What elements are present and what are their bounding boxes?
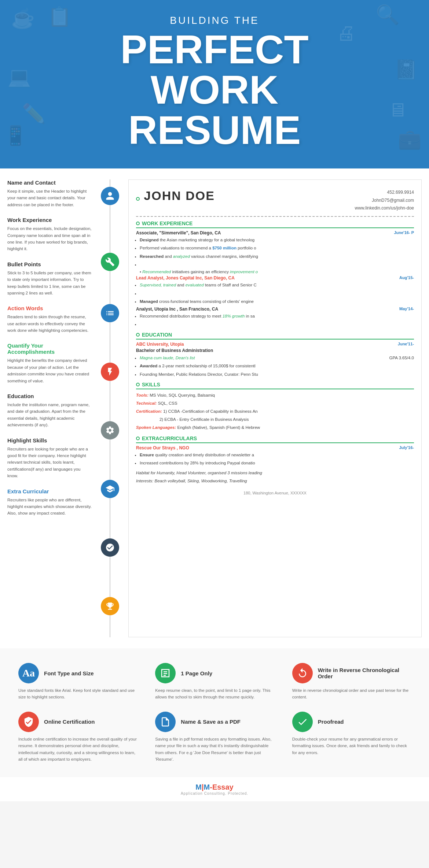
printer-icon: 🖨 (337, 22, 356, 44)
resume-contact: 452.699.9914 JohnD75@gmail.com www.linke… (355, 189, 414, 212)
timeline-line (110, 179, 111, 637)
resume-edu-degree: Bachelor of Business Administration (136, 348, 414, 353)
laptop-icon: 💻 (7, 66, 31, 88)
search-icon: 🔍 (376, 4, 400, 26)
sidebar-title-highlight-skills: Highlight Skills (7, 437, 92, 444)
page-header: ☕ 📋 🖨 🔍 💻 ✏️ 📱 📓 🖥 💼 BUILDING THE PERFEC… (0, 0, 429, 168)
resume-panel: JOHN DOE 452.699.9914 JohnD75@gmail.com … (128, 179, 422, 637)
timeline (99, 179, 121, 637)
bottom-title-proofread: Proofread (318, 719, 344, 725)
sidebar-text-quantify: Highlight the benefits the company deriv… (7, 357, 92, 384)
proofread-icon (292, 712, 313, 732)
bottom-item-onepage: 1 Page Only Keep resume clean, to the po… (155, 663, 274, 701)
section-dot-education (136, 333, 140, 337)
bottom-item-certification: Online Certification Include online cert… (18, 712, 137, 763)
clipboard-icon: 📋 (48, 5, 72, 28)
resume-edu-bullets: Magna cum laude, Dean's list GPA 3.65/4.… (136, 355, 414, 378)
footer: M|M-Essay Application Consulting. Protec… (0, 777, 429, 801)
sidebar-section-bullet-points: Bullet Points Stick to 3 to 5 bullets pe… (7, 261, 92, 297)
bottom-item-font: Aa Font Type and Size Use standard fonts… (18, 663, 137, 701)
onepage-icon (155, 663, 176, 683)
bottom-text-pdf: Saving a file in pdf format reduces any … (155, 736, 274, 763)
resume-section-education: EDUCATION (136, 332, 414, 340)
resume-job-1-bullets: Designed the Asian marketing strategy fo… (136, 237, 414, 268)
bottom-title-chrono: Write in Reverse Chronological Order (318, 667, 411, 679)
bottom-text-certification: Include online certification to increase… (18, 736, 137, 763)
timeline-icon-bullets (101, 304, 119, 322)
sidebar-text-highlight-skills: Recruiters are looking for people who ar… (7, 446, 92, 479)
header-title: PERFECT WORK RESUME (22, 29, 407, 150)
section-dot-skills (136, 383, 140, 386)
main-content: Name and Contact Keep it simple, use the… (0, 168, 429, 648)
notepad-icon: 📓 (394, 59, 418, 81)
resume-divider-top (136, 216, 414, 217)
sidebar-title-extra-curricular: Extra Curricular (7, 488, 92, 494)
bottom-item-chrono: Write in Reverse Chronological Order Wri… (292, 663, 411, 701)
phone-icon: 📱 (4, 125, 27, 147)
sidebar-text-bullet-points: Stick to 3 to 5 bullets per company, use… (7, 270, 92, 297)
resume-header: JOHN DOE 452.699.9914 JohnD75@gmail.com … (136, 189, 414, 212)
resume-address: 180, Washington Avenue, XXXXXX (136, 491, 414, 495)
sidebar-text-name-contact: Keep it simple, use the Header to highli… (7, 188, 92, 208)
pencil-icon: ✏️ (22, 103, 46, 125)
timeline-icon-work (101, 253, 119, 271)
resume-job-2-header: Lead Analyst, Jones Capital Inc, San Die… (136, 275, 414, 281)
sidebar-title-quantify: Quantify Your Accomplishments (7, 342, 92, 355)
monitor-icon: 🖥 (388, 99, 407, 121)
timeline-icon-skills (101, 538, 119, 557)
resume-job-2-bullets: Supervised, trained and evaluated teams … (136, 282, 414, 305)
sidebar-section-quantify: Quantify Your Accomplishments Highlight … (7, 342, 92, 384)
sidebar-title-name-contact: Name and Contact (7, 179, 92, 186)
bottom-title-pdf: Name & Save as a PDF (181, 719, 241, 725)
sidebar: Name and Contact Keep it simple, use the… (7, 179, 92, 637)
sidebar-title-work-experience: Work Experience (7, 217, 92, 223)
resume-section-extra: EXTRACURRICULARS (136, 435, 414, 443)
pdf-icon (155, 712, 176, 732)
name-dot (136, 197, 140, 201)
timeline-icon-extra (101, 597, 119, 615)
resume-extra-additional: Habitat for Humanity, Head Volunteer, or… (136, 469, 414, 485)
timeline-icon-quantify (101, 421, 119, 439)
sidebar-text-action-words: Readers tend to skim through the resume,… (7, 314, 92, 334)
sidebar-text-work-experience: Focus on the essentials, Include designa… (7, 225, 92, 252)
resume-job-3-header: Analyst, Utopia Inc , San Francisco, CA … (136, 307, 414, 312)
bottom-text-proofread: Double-check your resume for any grammat… (292, 736, 411, 756)
chrono-icon (292, 663, 313, 683)
sidebar-text-extra-curricular: Recruiters like people who are different… (7, 497, 92, 517)
sidebar-section-highlight-skills: Highlight Skills Recruiters are looking … (7, 437, 92, 479)
sidebar-section-extra-curricular: Extra Curricular Recruiters like people … (7, 488, 92, 517)
resume-skills-lines: Tools: MS Visio, SQL Querying, Balsamiq … (136, 392, 414, 431)
resume-job-1-header: Associate, "Simmerville", San Diego, CA … (136, 230, 414, 235)
resume-job-3-bullets: Recommended distribution strategy to mee… (136, 313, 414, 328)
resume-section-work: WORK EXPERIENCE (136, 220, 414, 228)
bottom-text-onepage: Keep resume clean, to the point, and lim… (155, 687, 274, 701)
sidebar-section-name-contact: Name and Contact Keep it simple, use the… (7, 179, 92, 208)
resume-extra-bullets: Ensure quality creation and timely distr… (136, 452, 414, 467)
sidebar-title-education: Education (7, 393, 92, 399)
resume-extra-org: Rescue Our Strays , NGO July'16- (136, 445, 414, 450)
timeline-icon-contact (101, 187, 119, 205)
bottom-title-onepage: 1 Page Only (181, 670, 212, 676)
coffee-icon: ☕ (11, 7, 35, 30)
font-icon: Aa (18, 663, 39, 683)
sidebar-title-bullet-points: Bullet Points (7, 261, 92, 267)
resume-edu-header: ABC University, Utopia June'11- (136, 342, 414, 347)
bottom-section: Aa Font Type and Size Use standard fonts… (0, 648, 429, 777)
sidebar-section-work-experience: Work Experience Focus on the essentials,… (7, 217, 92, 252)
footer-brand: M|M-Essay (6, 783, 423, 791)
sidebar-section-education: Education Include the institution name, … (7, 393, 92, 429)
resume-job-1-extra: • Recommended initiatives gaining an eff… (140, 270, 414, 274)
sidebar-text-education: Include the institution name, program na… (7, 401, 92, 429)
sidebar-section-action-words: Action Words Readers tend to skim throug… (7, 305, 92, 334)
bottom-item-proofread: Proofread Double-check your resume for a… (292, 712, 411, 763)
bottom-text-chrono: Write in reverse chronological order and… (292, 687, 411, 701)
timeline-icon-action (101, 363, 119, 381)
footer-tagline: Application Consulting. Protected. (6, 791, 423, 795)
bottom-text-font: Use standard fonts like Arial. Keep font… (18, 687, 137, 701)
bottom-item-pdf: Name & Save as a PDF Saving a file in pd… (155, 712, 274, 763)
bottom-title-font: Font Type and Size (44, 670, 94, 676)
resume-name: JOHN DOE (136, 189, 215, 203)
section-dot-work (136, 222, 140, 225)
resume-section-skills: SKILLS (136, 382, 414, 389)
briefcase-icon: 💼 (398, 128, 422, 151)
